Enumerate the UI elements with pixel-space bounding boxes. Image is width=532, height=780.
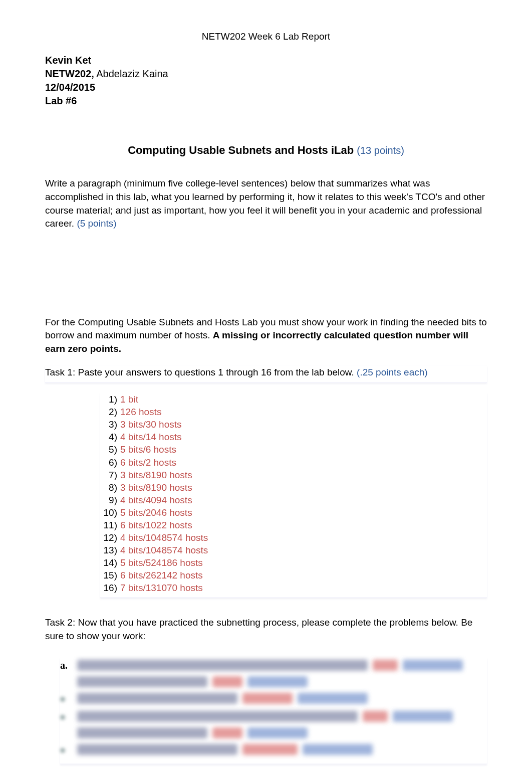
answer-space xyxy=(45,241,487,316)
answer-row: 11)6 bits/1022 hosts xyxy=(100,519,487,531)
task2-item xyxy=(60,691,487,705)
section-title-text: Computing Usable Subnets and Hosts iLab xyxy=(128,144,354,156)
answer-row: 9)4 bits/4094 hosts xyxy=(100,494,487,506)
obscured-segment xyxy=(242,744,298,755)
answer-row: 2)126 hosts xyxy=(100,406,487,418)
task1-points: (.25 points each) xyxy=(357,367,428,377)
task2-item-label: a. xyxy=(60,658,77,672)
instructor-name: Abdelaziz Kaina xyxy=(96,68,168,79)
task2-label: Task 2: Now that you have practiced the … xyxy=(45,616,487,643)
obscured-segment xyxy=(403,660,463,671)
answer-value: 5 bits/524186 hosts xyxy=(120,556,203,569)
task1-answers: 1)1 bit2)126 hosts3)3 bits/30 hosts4)4 b… xyxy=(100,393,487,598)
answer-number: 15) xyxy=(100,569,117,581)
date: 12/04/2015 xyxy=(45,81,487,94)
answer-value: 126 hosts xyxy=(120,406,161,418)
answer-row: 15)6 bits/262142 hosts xyxy=(100,569,487,581)
answer-value: 5 bits/6 hosts xyxy=(120,443,176,456)
answer-number: 3) xyxy=(100,418,117,431)
obscured-segment xyxy=(303,744,373,755)
obscured-segment xyxy=(77,693,237,704)
answer-number: 7) xyxy=(100,469,117,481)
answer-value: 6 bits/262142 hosts xyxy=(120,569,203,581)
obscured-segment xyxy=(373,660,398,671)
answer-row: 6)6 bits/2 hosts xyxy=(100,456,487,469)
answer-value: 3 bits/8190 hosts xyxy=(120,481,192,494)
student-name: Kevin Ket xyxy=(45,54,487,67)
answer-number: 11) xyxy=(100,519,117,531)
task2-items: a. xyxy=(60,658,487,764)
task1-text: Task 1: Paste your answers to questions … xyxy=(45,367,357,377)
answer-number: 10) xyxy=(100,506,117,519)
answer-row: 4)4 bits/14 hosts xyxy=(100,431,487,443)
section-points: (13 points) xyxy=(357,145,404,156)
header-block: Kevin Ket NETW202, Abdelaziz Kaina 12/04… xyxy=(45,54,487,108)
obscured-segment xyxy=(242,693,293,704)
answer-row: 16)7 bits/131070 hosts xyxy=(100,581,487,594)
answer-value: 1 bit xyxy=(120,393,138,406)
answer-value: 4 bits/14 hosts xyxy=(120,431,182,443)
obscured-segment xyxy=(363,711,388,722)
obscured-segment xyxy=(77,711,358,722)
answer-row: 3)3 bits/30 hosts xyxy=(100,418,487,431)
obscured-content xyxy=(77,727,487,738)
answer-row: 14)5 bits/524186 hosts xyxy=(100,556,487,569)
task2-item xyxy=(60,742,487,756)
task2-item xyxy=(60,709,487,723)
answer-number: 4) xyxy=(100,431,117,443)
answer-number: 13) xyxy=(100,544,117,556)
answer-number: 8) xyxy=(100,481,117,494)
answer-number: 9) xyxy=(100,494,117,506)
answer-value: 7 bits/131070 hosts xyxy=(120,581,203,594)
course-line: NETW202, Abdelaziz Kaina xyxy=(45,67,487,81)
answer-value: 6 bits/1022 hosts xyxy=(120,519,192,531)
answer-value: 4 bits/4094 hosts xyxy=(120,494,192,506)
answer-row: 10)5 bits/2046 hosts xyxy=(100,506,487,519)
answer-number: 1) xyxy=(100,393,117,406)
document-title: NETW202 Week 6 Lab Report xyxy=(45,30,487,44)
obscured-content xyxy=(77,676,487,687)
answer-value: 3 bits/30 hosts xyxy=(120,418,182,431)
answer-number: 2) xyxy=(100,406,117,418)
intro-points: (5 points) xyxy=(77,218,116,229)
answer-value: 6 bits/2 hosts xyxy=(120,456,176,469)
answer-value: 4 bits/1048574 hosts xyxy=(120,531,208,544)
answer-value: 3 bits/8190 hosts xyxy=(120,469,192,481)
task2-item: a. xyxy=(60,658,487,672)
answer-number: 14) xyxy=(100,556,117,569)
course-code: NETW202, xyxy=(45,68,94,79)
task2-item-cont xyxy=(60,676,487,687)
intro-paragraph: Write a paragraph (minimum five college-… xyxy=(45,177,487,230)
answer-row: 13)4 bits/1048574 hosts xyxy=(100,544,487,556)
section-title: Computing Usable Subnets and Hosts iLab … xyxy=(45,143,487,158)
answer-row: 7)3 bits/8190 hosts xyxy=(100,469,487,481)
answer-number: 16) xyxy=(100,581,117,594)
obscured-segment xyxy=(393,711,453,722)
answer-number: 5) xyxy=(100,443,117,456)
answer-row: 12)4 bits/1048574 hosts xyxy=(100,531,487,544)
task2-item-label xyxy=(60,691,77,705)
answer-number: 12) xyxy=(100,531,117,544)
obscured-segment xyxy=(77,744,237,755)
task2-item-label xyxy=(60,742,77,756)
answer-row: 5)5 bits/6 hosts xyxy=(100,443,487,456)
obscured-content xyxy=(77,660,487,671)
obscured-content xyxy=(77,744,487,755)
between-paragraph: For the Computing Usable Subnets and Hos… xyxy=(45,316,487,356)
task2-item-cont xyxy=(60,727,487,738)
answer-row: 1)1 bit xyxy=(100,393,487,406)
answer-value: 5 bits/2046 hosts xyxy=(120,506,192,519)
obscured-content xyxy=(77,693,487,704)
obscured-segment xyxy=(77,660,368,671)
obscured-content xyxy=(77,711,487,722)
task2-item-label xyxy=(60,709,77,723)
obscured-segment xyxy=(298,693,368,704)
lab-number: Lab #6 xyxy=(45,94,487,108)
answer-number: 6) xyxy=(100,456,117,469)
answer-value: 4 bits/1048574 hosts xyxy=(120,544,208,556)
answer-row: 8)3 bits/8190 hosts xyxy=(100,481,487,494)
task1-label: Task 1: Paste your answers to questions … xyxy=(45,366,487,383)
